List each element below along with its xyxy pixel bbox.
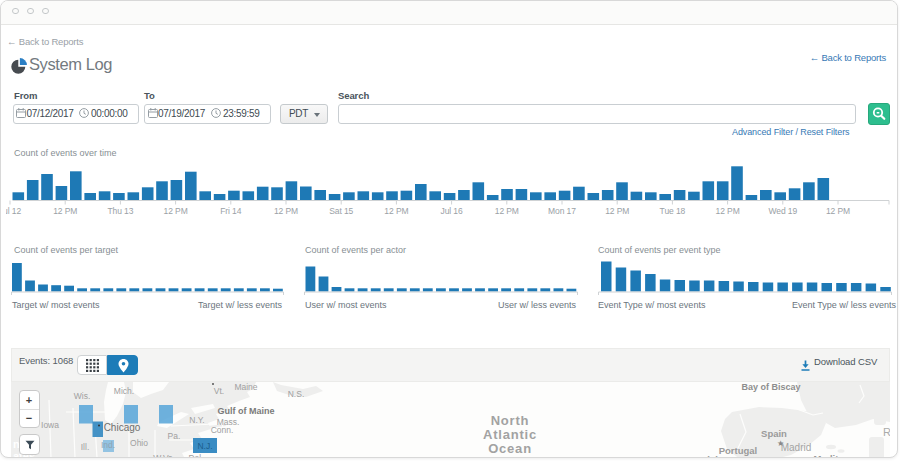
svg-text:Pa.: Pa. <box>168 431 181 441</box>
svg-text:W.Va: W.Va <box>153 453 173 458</box>
svg-text:12 PM: 12 PM <box>605 206 629 216</box>
svg-text:Bay of Biscay: Bay of Biscay <box>741 382 800 392</box>
svg-text:Conn.: Conn. <box>211 425 234 435</box>
svg-text:12 PM: 12 PM <box>164 206 188 216</box>
svg-text:★: ★ <box>777 439 784 448</box>
svg-text:12 PM: 12 PM <box>716 206 740 216</box>
svg-text:Spain: Spain <box>761 428 787 439</box>
svg-text:Ro: Ro <box>883 426 890 438</box>
svg-text:Wed 19: Wed 19 <box>769 206 798 216</box>
svg-text:Fri 14: Fri 14 <box>220 206 242 216</box>
svg-text:Ind.: Ind. <box>101 440 115 450</box>
svg-text:Jul 12: Jul 12 <box>6 206 21 216</box>
svg-text:Wis.: Wis. <box>74 391 91 401</box>
svg-text:12 PM: 12 PM <box>826 206 850 216</box>
svg-text:★: ★ <box>734 456 741 458</box>
svg-text:Tue 18: Tue 18 <box>660 206 686 216</box>
svg-text:Chicago: Chicago <box>104 422 141 433</box>
svg-text:Lisbon: Lisbon <box>701 454 732 458</box>
svg-text:12 PM: 12 PM <box>384 206 408 216</box>
svg-text:Ohio: Ohio <box>130 438 148 448</box>
svg-text:Sat 15: Sat 15 <box>329 206 353 216</box>
svg-text:12 PM: 12 PM <box>495 206 519 216</box>
svg-text:Atlantic: Atlantic <box>483 427 537 442</box>
svg-text:Thu 13: Thu 13 <box>107 206 133 216</box>
svg-text:Vt.: Vt. <box>214 386 224 396</box>
svg-text:12 PM: 12 PM <box>53 206 77 216</box>
svg-text:12 PM: 12 PM <box>274 206 298 216</box>
svg-text:Ocean: Ocean <box>488 441 532 456</box>
svg-text:Gulf of Maine: Gulf of Maine <box>218 406 275 416</box>
svg-text:Mich.: Mich. <box>114 386 134 396</box>
svg-text:Mon 17: Mon 17 <box>548 206 576 216</box>
svg-text:Madrid: Madrid <box>781 442 812 453</box>
svg-text:Mediterranean: Mediterranean <box>814 453 879 458</box>
svg-text:Ill.: Ill. <box>81 442 90 452</box>
svg-text:North: North <box>491 413 530 428</box>
svg-text:N.S.: N.S. <box>288 389 305 399</box>
svg-text:Maine: Maine <box>234 382 257 392</box>
svg-text:N.Y.: N.Y. <box>189 415 204 425</box>
svg-text:Iowa: Iowa <box>41 420 59 430</box>
svg-text:Del.: Del. <box>188 453 203 458</box>
svg-text:N.J.: N.J. <box>197 441 212 451</box>
svg-text:Jul 16: Jul 16 <box>441 206 463 216</box>
